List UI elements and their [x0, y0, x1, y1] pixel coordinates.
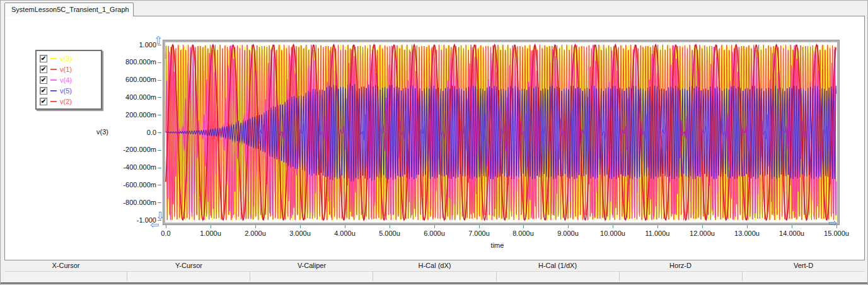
x-tick-mark — [390, 225, 390, 228]
legend-color-dash-icon — [50, 101, 57, 102]
graph-window: SystemLesson5C_Transient_1_Graph ✔v(3)✔v… — [0, 0, 868, 285]
legend-item-v3: ✔v(3) — [40, 53, 98, 64]
x-tick-label: 9.000u — [548, 230, 588, 238]
y-tick-label: 800.000m — [100, 58, 156, 66]
x-tick-label: 12.000u — [682, 230, 722, 238]
x-axis-title: time — [478, 241, 516, 249]
y-tick-mark — [158, 168, 161, 168]
x-tick-mark — [702, 225, 703, 228]
x-axis-scroll-left-icon[interactable]: ⇦ — [150, 219, 159, 230]
x-tick-mark — [211, 225, 211, 228]
y-axis-scroll-up-icon[interactable]: ⇧ — [154, 35, 163, 46]
x-tick-label: 1.000u — [190, 230, 231, 238]
legend-item-v2: ✔v(2) — [40, 96, 98, 107]
x-tick-label: 10.000u — [593, 230, 633, 238]
legend-checkbox[interactable]: ✔ — [40, 55, 47, 62]
statusbar-header-x-cursor: X-Cursor — [4, 260, 127, 271]
x-tick-mark — [345, 225, 345, 228]
tab-systemlesson5c-transient-graph[interactable]: SystemLesson5C_Transient_1_Graph — [4, 3, 134, 16]
legend-checkbox[interactable]: ✔ — [40, 76, 47, 84]
y-tick-mark — [158, 132, 161, 133]
legend-color-dash-icon — [50, 79, 57, 81]
x-tick-mark — [300, 225, 301, 228]
legend-checkbox[interactable]: ✔ — [40, 87, 47, 95]
legend-color-dash-icon — [50, 58, 57, 59]
legend-label: v(3) — [60, 55, 72, 62]
y-tick-label: 200.000m — [100, 111, 156, 119]
legend-item-v4: ✔v(4) — [40, 74, 98, 85]
x-tick-label: 14.000u — [772, 230, 812, 238]
x-tick-label: 7.000u — [459, 230, 499, 238]
x-tick-label: 13.000u — [727, 230, 767, 238]
statusbar-header-vert-d: Vert-D — [742, 260, 865, 271]
statusbar-header-h-cal-dx-: H-Cal (dX) — [373, 260, 496, 271]
legend-label: v(1) — [60, 66, 72, 73]
statusbar-value-cell — [127, 272, 250, 281]
statusbar-values — [4, 271, 865, 281]
x-tick-label: 6.000u — [414, 230, 454, 238]
x-tick-mark — [613, 225, 613, 228]
legend-color-dash-icon — [50, 90, 57, 91]
statusbar-value-cell — [373, 272, 496, 281]
x-tick-label: 11.000u — [637, 230, 678, 238]
y-tick-label: 600.000m — [100, 76, 156, 84]
statusbar-header-horz-d: Horz-D — [619, 260, 742, 271]
legend-label: v(2) — [60, 98, 72, 105]
y-tick-label: -800.000m — [100, 199, 156, 207]
legend-item-v1: ✔v(1) — [40, 64, 98, 74]
x-tick-label: 4.000u — [325, 230, 365, 238]
statusbar-value-cell — [743, 272, 865, 281]
y-tick-label: -400.000m — [100, 163, 156, 172]
x-tick-mark — [747, 225, 748, 228]
y-tick-label: -200.000m — [100, 146, 156, 154]
statusbar-value-cell — [250, 272, 373, 281]
statusbar-value-cell — [497, 272, 620, 281]
y-tick-label: 0.0 — [100, 129, 156, 137]
y-tick-mark — [158, 97, 161, 98]
x-tick-mark — [166, 225, 166, 228]
y-tick-mark — [158, 80, 161, 81]
y-tick-mark — [158, 62, 161, 63]
statusbar-header-y-cursor: Y-Cursor — [127, 260, 250, 271]
waveform-canvas[interactable] — [165, 42, 837, 223]
x-tick-label: 8.000u — [503, 230, 543, 238]
y-tick-label: -600.000m — [100, 181, 156, 189]
statusbar-header-h-cal-1-dx-: H-Cal (1/dX) — [496, 260, 619, 271]
trace-legend: ✔v(3)✔v(1)✔v(4)✔v(5)✔v(2) — [35, 50, 102, 110]
statusbar-value-cell — [620, 272, 743, 281]
y-tick-mark — [158, 185, 161, 185]
legend-label: v(4) — [60, 76, 72, 84]
tab-title: SystemLesson5C_Transient_1_Graph — [11, 6, 129, 13]
x-tick-label: 3.000u — [280, 230, 320, 238]
x-tick-mark — [523, 225, 524, 228]
x-tick-mark — [568, 225, 569, 228]
y-tick-label: -1.000 — [100, 216, 156, 224]
legend-checkbox[interactable]: ✔ — [40, 98, 47, 105]
window-bottom-edge — [1, 282, 867, 284]
y-tick-label: 400.000m — [100, 93, 156, 102]
legend-item-v5: ✔v(5) — [40, 85, 98, 96]
x-tick-label: 2.000u — [235, 230, 275, 238]
x-tick-label: 5.000u — [369, 230, 410, 238]
legend-label: v(5) — [60, 87, 72, 95]
legend-checkbox[interactable]: ✔ — [40, 66, 47, 73]
x-tick-label: 15.000u — [816, 230, 857, 238]
x-tick-mark — [657, 225, 658, 228]
y-tick-label: 1.000 — [100, 41, 156, 49]
x-tick-mark — [255, 225, 256, 228]
legend-color-dash-icon — [50, 69, 57, 70]
x-tick-mark — [792, 225, 792, 228]
statusbar-headers: X-CursorY-CursorV-CaliperH-Cal (dX)H-Cal… — [4, 260, 865, 271]
y-tick-mark — [158, 115, 161, 115]
y-tick-mark — [158, 202, 161, 203]
x-axis-scroll-right-icon[interactable]: ⇨ — [828, 218, 837, 228]
statusbar-header-v-caliper: V-Caliper — [250, 260, 373, 271]
x-tick-mark — [479, 225, 480, 228]
x-tick-mark — [434, 225, 435, 228]
statusbar-value-cell — [4, 272, 127, 281]
y-tick-mark — [158, 150, 161, 151]
